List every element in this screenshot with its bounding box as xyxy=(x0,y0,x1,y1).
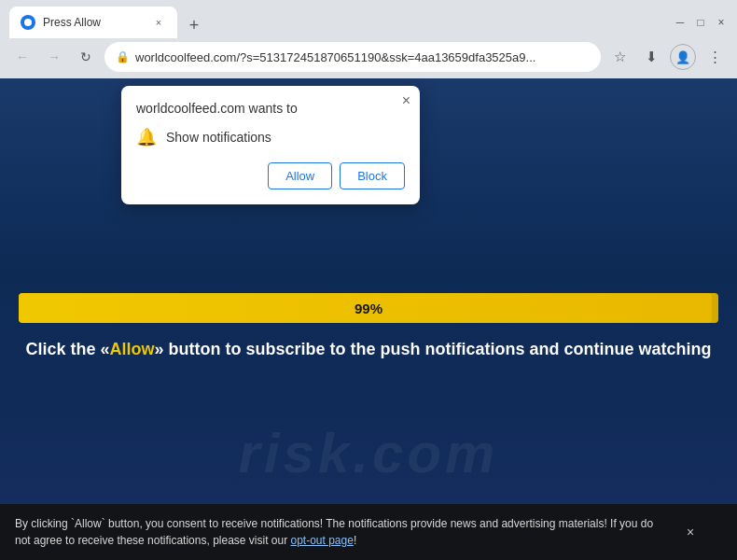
progress-bar-background: 99% xyxy=(19,293,718,323)
block-button[interactable]: Block xyxy=(340,162,405,189)
popup-buttons: Allow Block xyxy=(136,162,405,189)
maximize-button[interactable]: □ xyxy=(694,16,707,29)
opt-out-link[interactable]: opt-out page xyxy=(291,534,354,547)
popup-notification-row: 🔔 Show notifications xyxy=(136,127,405,147)
page-content: risk.com × worldcoolfeed.com wants to 🔔 … xyxy=(0,78,737,560)
progress-text: 99% xyxy=(355,301,382,316)
banner-text-end: ! xyxy=(354,534,356,547)
allow-button[interactable]: Allow xyxy=(268,162,332,189)
tab-close-button[interactable]: × xyxy=(151,15,166,30)
bookmark-icon[interactable]: ☆ xyxy=(606,44,633,70)
window-controls: ─ □ × xyxy=(674,16,728,29)
refresh-button[interactable]: ↻ xyxy=(73,44,99,70)
cta-allow-highlight: Allow xyxy=(110,340,155,358)
popup-title: worldcoolfeed.com wants to xyxy=(136,101,405,116)
watermark: risk.com xyxy=(239,421,499,485)
bottom-banner: By clicking `Allow` button, you consent … xyxy=(0,504,737,560)
cta-after: » button to subscribe to the push notifi… xyxy=(155,340,712,358)
bell-icon: 🔔 xyxy=(136,127,157,147)
tab-title: Press Allow xyxy=(43,16,144,29)
banner-close-button[interactable]: × xyxy=(681,523,700,541)
menu-button[interactable]: ⋮ xyxy=(702,44,728,70)
cta-before: Click the « xyxy=(25,340,109,358)
active-tab[interactable]: Press Allow × xyxy=(9,7,177,38)
tab-bar: Press Allow × + xyxy=(9,7,664,38)
lock-icon: 🔒 xyxy=(116,50,130,63)
new-tab-button[interactable]: + xyxy=(181,12,207,38)
title-bar: Press Allow × + ─ □ × xyxy=(0,0,737,37)
download-icon[interactable]: ⬇ xyxy=(638,44,664,70)
cta-text: Click the «Allow» button to subscribe to… xyxy=(19,338,718,361)
profile-button[interactable]: 👤 xyxy=(670,44,696,70)
popup-close-button[interactable]: × xyxy=(402,93,410,108)
popup-notification-text: Show notifications xyxy=(166,130,271,145)
back-button[interactable]: ← xyxy=(9,44,35,70)
progress-container: 99% xyxy=(19,293,718,323)
minimize-button[interactable]: ─ xyxy=(674,16,687,29)
nav-bar: ← → ↻ 🔒 worldcoolfeed.com/?s=51317245187… xyxy=(0,37,737,78)
forward-button[interactable]: → xyxy=(41,44,67,70)
address-text: worldcoolfeed.com/?s=513172451870651190&… xyxy=(135,50,590,64)
address-bar[interactable]: 🔒 worldcoolfeed.com/?s=51317245187065119… xyxy=(104,42,601,72)
tab-favicon xyxy=(21,15,35,30)
close-button[interactable]: × xyxy=(715,16,728,29)
banner-text: By clicking `Allow` button, you consent … xyxy=(15,515,672,549)
notification-popup: × worldcoolfeed.com wants to 🔔 Show noti… xyxy=(121,86,420,204)
browser-window: Press Allow × + ─ □ × ← → ↻ 🔒 worldcoolf… xyxy=(0,0,737,560)
